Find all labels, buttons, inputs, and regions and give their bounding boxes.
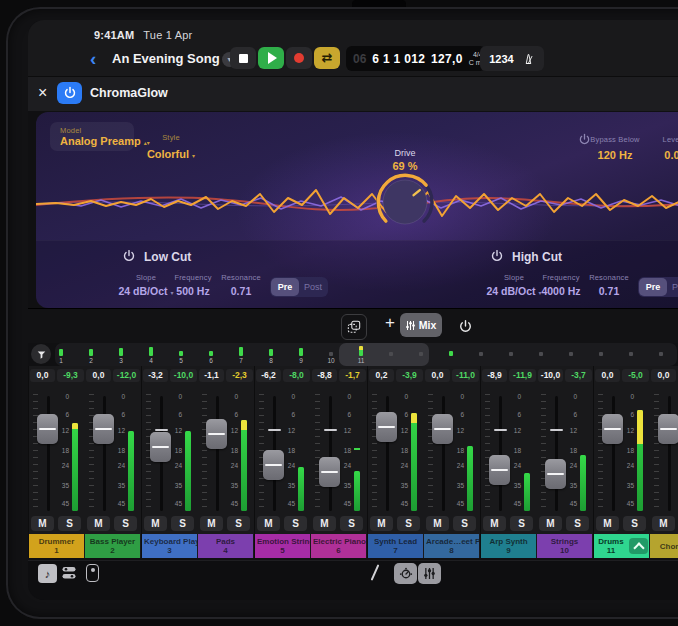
mute-button[interactable]: M (483, 516, 506, 531)
plugins-button[interactable] (61, 565, 77, 585)
volume-fader[interactable] (37, 414, 58, 444)
model-selector[interactable]: Model Analog Preamp ▴▾ (50, 122, 134, 151)
volume-readout[interactable]: -8,8 (312, 369, 337, 382)
mix-view-button[interactable]: Mix (400, 313, 442, 337)
track-name-tab[interactable]: Bass Player 2 (85, 534, 140, 558)
mixer-view-button[interactable] (418, 563, 441, 584)
song-title[interactable]: An Evening Song (112, 51, 220, 66)
low-cut-pre-post-toggle[interactable]: Pre Post (270, 277, 328, 297)
low-cut-power-icon[interactable] (122, 249, 137, 264)
navigator-selection[interactable] (339, 343, 429, 366)
mute-button[interactable]: M (87, 516, 110, 531)
track-name-tab[interactable]: Chorus V (650, 534, 678, 558)
volume-fader[interactable] (319, 457, 340, 487)
style-selector[interactable]: Style Colorful ▾ (140, 126, 202, 162)
solo-button[interactable]: S (510, 516, 533, 531)
volume-readout[interactable]: -1,1 (199, 369, 224, 382)
volume-fader[interactable] (376, 412, 397, 442)
filter-button[interactable] (31, 344, 51, 364)
track-name-tab[interactable]: Synth Lead 7 (368, 534, 423, 558)
solo-button[interactable]: S (566, 516, 589, 531)
mixer-power-button[interactable] (453, 314, 477, 338)
track-name-tab[interactable]: Emotion Strings 5 (255, 534, 310, 558)
pencil-tool-icon[interactable] (371, 564, 380, 580)
mute-button[interactable]: M (426, 516, 449, 531)
post-button[interactable]: Post (299, 278, 327, 296)
high-cut-pre-post-toggle[interactable]: Pre Post (638, 277, 678, 297)
high-cut-resonance[interactable]: Resonance 0.71 (577, 273, 641, 297)
mute-button[interactable]: M (257, 516, 280, 531)
bypass-below-control[interactable]: Bypass Below 120 Hz (585, 128, 645, 161)
mute-button[interactable]: M (200, 516, 223, 531)
pre-button[interactable]: Pre (271, 278, 299, 296)
volume-readout[interactable]: 0,0 (425, 369, 450, 382)
volume-readout[interactable]: 0,0 (86, 369, 111, 382)
track-name-tab[interactable]: Arp Synth 9 (481, 534, 536, 558)
mute-button[interactable]: M (370, 516, 393, 531)
drive-knob[interactable] (371, 168, 439, 236)
solo-button[interactable]: S (58, 516, 81, 531)
mute-button[interactable]: M (313, 516, 336, 531)
volume-readout[interactable]: 0,0 (30, 369, 55, 382)
solo-button[interactable]: S (340, 516, 363, 531)
solo-button[interactable]: S (623, 516, 646, 531)
count-in-metronome-group[interactable]: 1234 (480, 46, 544, 71)
volume-readout[interactable]: -8,9 (482, 369, 507, 382)
copy-button[interactable] (341, 314, 367, 340)
back-chevron-icon[interactable]: ‹ (90, 48, 96, 70)
post-button[interactable]: Post (667, 278, 678, 296)
track-name-tab[interactable]: Arcade…eet Pad 8 (424, 534, 479, 558)
mute-button[interactable]: M (652, 516, 675, 531)
volume-fader[interactable] (206, 419, 227, 449)
collapse-mixer-button[interactable] (629, 538, 648, 554)
count-in-button[interactable]: 1234 (489, 53, 513, 65)
solo-button[interactable]: S (227, 516, 250, 531)
volume-readout[interactable]: 0,0 (651, 369, 676, 382)
track-name-tab[interactable]: Keyboard Player 3 (142, 534, 197, 558)
navigator-track[interactable]: 1234567891011 (55, 343, 677, 366)
level-control[interactable]: Level 0.0 (642, 128, 678, 161)
solo-button[interactable]: S (171, 516, 194, 531)
volume-fader[interactable] (93, 414, 114, 444)
volume-readout[interactable]: -3,2 (143, 369, 168, 382)
volume-fader[interactable] (545, 459, 566, 489)
close-icon[interactable]: × (38, 84, 47, 102)
solo-button[interactable]: S (397, 516, 420, 531)
plugin-power-button[interactable] (57, 82, 82, 104)
cycle-button[interactable]: ⇄ (314, 47, 340, 69)
pre-button[interactable]: Pre (639, 278, 667, 296)
metronome-icon[interactable] (522, 52, 535, 66)
add-track-button[interactable]: + (378, 313, 402, 333)
volume-readout[interactable]: -10,0 (538, 369, 563, 382)
mute-button[interactable]: M (31, 516, 54, 531)
solo-button[interactable]: S (284, 516, 307, 531)
volume-fader[interactable] (432, 414, 453, 444)
mute-button[interactable]: M (539, 516, 562, 531)
volume-readout[interactable]: -6,2 (256, 369, 281, 382)
volume-readout[interactable]: 0,0 (595, 369, 620, 382)
play-button[interactable] (258, 47, 284, 69)
high-cut-power-icon[interactable] (490, 249, 505, 264)
lcd-display[interactable]: 06 6 1 1 012 127,0 4/4 C maj In Out MIDI (346, 46, 486, 71)
mute-button[interactable]: M (596, 516, 619, 531)
low-cut-resonance[interactable]: Resonance 0.71 (209, 273, 273, 297)
track-name-tab[interactable]: Pads 4 (198, 534, 253, 558)
browser-button[interactable]: ♪ (38, 564, 57, 583)
volume-readout[interactable]: 0,2 (369, 369, 394, 382)
solo-button[interactable]: S (114, 516, 137, 531)
stop-button[interactable] (230, 47, 256, 69)
volume-fader[interactable] (150, 432, 171, 462)
volume-fader[interactable] (263, 450, 284, 480)
volume-fader[interactable] (602, 414, 623, 444)
record-button[interactable] (286, 47, 312, 69)
track-name-tab[interactable]: Strings 10 (537, 534, 592, 558)
volume-fader[interactable] (658, 414, 678, 444)
knob-view-button[interactable] (394, 563, 417, 584)
track-name-tab[interactable]: Drummer 1 (29, 534, 84, 558)
track-name-tab[interactable]: Electric Piano 6 (311, 534, 366, 558)
solo-button[interactable]: S (453, 516, 476, 531)
fader-controls-button[interactable] (86, 564, 99, 582)
db-scale-label: 12 (175, 427, 182, 434)
volume-fader[interactable] (489, 455, 510, 485)
mute-button[interactable]: M (144, 516, 167, 531)
